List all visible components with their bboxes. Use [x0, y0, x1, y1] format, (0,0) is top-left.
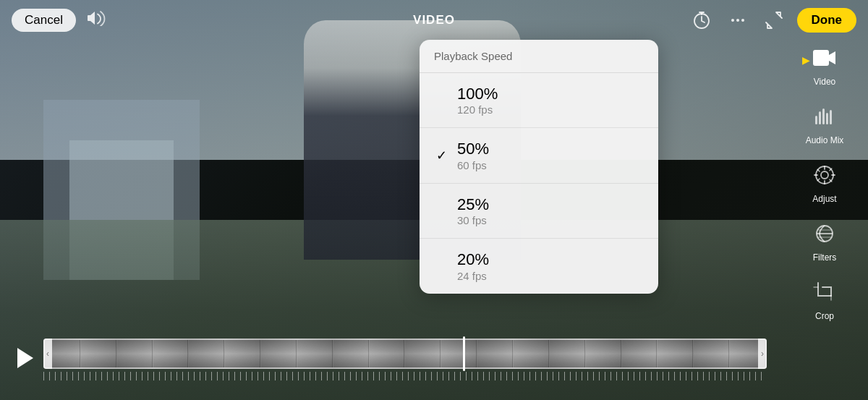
sidebar-item-audio-mix[interactable]: Audio Mix — [792, 100, 857, 151]
svg-rect-8 — [826, 113, 828, 124]
speed-50-fps: 60 fps — [457, 159, 489, 171]
film-frame — [81, 340, 116, 367]
sidebar-item-adjust[interactable]: Adjust — [792, 158, 857, 210]
speed-20-percent: 20% — [457, 250, 489, 269]
speed-option-20[interactable]: 20% 24 fps — [420, 239, 658, 293]
page-title: VIDEO — [413, 13, 455, 27]
speed-50-text: 50% 60 fps — [457, 140, 489, 171]
more-options-button[interactable] — [725, 7, 751, 33]
svg-point-3 — [741, 19, 744, 22]
speed-25-text: 25% 30 fps — [457, 195, 489, 226]
top-bar: Cancel VIDEO — [0, 0, 868, 40]
film-frame — [297, 340, 333, 367]
top-bar-center: VIDEO — [413, 13, 455, 27]
timeline-handle-right[interactable]: › — [758, 339, 767, 369]
speed-100-text: 100% 120 fps — [457, 85, 498, 116]
film-frame — [405, 340, 441, 367]
play-button[interactable] — [14, 346, 36, 375]
active-indicator: ▶ — [802, 54, 810, 66]
ruler-tick-marks — [43, 372, 767, 380]
right-sidebar: ▶ Video Audio Mix — [781, 0, 868, 400]
timeline-ruler — [43, 370, 767, 382]
adjust-icon — [812, 164, 837, 191]
speed-option-50[interactable]: ✓ 50% 60 fps — [420, 128, 658, 183]
film-frame — [586, 340, 621, 367]
playhead[interactable] — [463, 336, 465, 371]
cancel-button[interactable]: Cancel — [12, 9, 76, 32]
film-frame — [370, 340, 405, 367]
bottom-controls: ‹ › — [0, 320, 781, 400]
volume-icon[interactable] — [88, 10, 108, 30]
speed-20-text: 20% 24 fps — [457, 250, 489, 281]
svg-rect-4 — [813, 50, 829, 66]
right-arrow-icon: › — [761, 349, 764, 359]
film-strip — [43, 339, 767, 369]
film-frames — [45, 340, 765, 367]
film-frame — [189, 340, 224, 367]
speed-20-fps: 24 fps — [457, 270, 489, 282]
timeline-row: ‹ › — [0, 339, 781, 382]
top-bar-left: Cancel — [12, 9, 108, 32]
film-frame — [550, 340, 585, 367]
svg-rect-9 — [830, 110, 832, 124]
svg-rect-6 — [819, 111, 821, 124]
crop-icon — [812, 281, 837, 308]
dropdown-header: Playback Speed — [420, 40, 658, 73]
sidebar-item-filters[interactable]: Filters — [792, 217, 857, 268]
speed-100-percent: 100% — [457, 85, 498, 103]
timer-icon-button[interactable] — [689, 7, 715, 33]
sidebar-item-video[interactable]: ▶ Video — [792, 41, 857, 93]
video-icon: ▶ — [812, 47, 837, 74]
svg-point-2 — [736, 19, 739, 22]
svg-point-1 — [731, 19, 734, 22]
film-frame — [514, 340, 549, 367]
filters-icon — [812, 223, 837, 250]
speed-25-fps: 30 fps — [457, 214, 489, 226]
film-frame — [225, 340, 260, 367]
sidebar-item-crop[interactable]: Crop — [792, 276, 857, 327]
film-frame — [261, 340, 297, 367]
film-frame — [694, 340, 729, 367]
timeline-handle-left[interactable]: ‹ — [43, 339, 52, 369]
audio-mix-icon — [812, 106, 837, 132]
sidebar-crop-label: Crop — [815, 311, 834, 321]
timeline-container: ‹ › — [43, 339, 767, 382]
svg-rect-7 — [822, 108, 825, 124]
speed-option-100[interactable]: 100% 120 fps — [420, 73, 658, 128]
film-frame — [477, 340, 513, 367]
checkmark-50: ✓ — [434, 148, 448, 163]
film-frame — [658, 340, 693, 367]
sidebar-adjust-label: Adjust — [812, 194, 836, 204]
speed-25-percent: 25% — [457, 195, 489, 214]
sidebar-filters-label: Filters — [813, 252, 837, 263]
film-frame — [153, 340, 189, 367]
film-frame — [333, 340, 369, 367]
film-frame — [441, 340, 477, 367]
svg-rect-5 — [815, 116, 817, 124]
film-frame — [622, 340, 658, 367]
sidebar-video-label: Video — [814, 77, 835, 87]
speed-50-percent: 50% — [457, 140, 489, 158]
left-arrow-icon: ‹ — [46, 349, 49, 359]
film-frame — [117, 340, 153, 367]
svg-point-11 — [821, 171, 828, 179]
sidebar-audio-mix-label: Audio Mix — [806, 135, 844, 145]
playback-speed-dropdown: Playback Speed 100% 120 fps ✓ 50% 60 fps… — [420, 40, 658, 294]
speed-option-25[interactable]: 25% 30 fps — [420, 184, 658, 239]
speed-100-fps: 120 fps — [457, 103, 498, 116]
